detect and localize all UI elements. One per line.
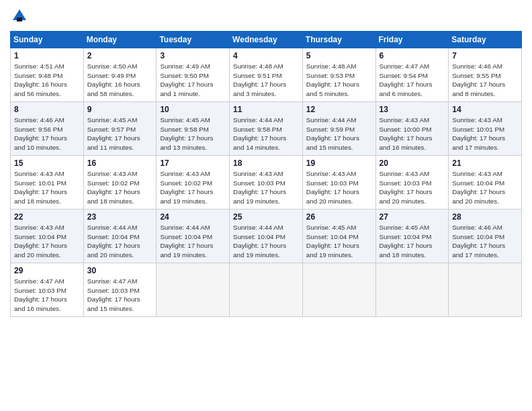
day-info: Sunrise: 4:44 AM Sunset: 9:58 PM Dayligh… <box>233 116 299 152</box>
day-number: 3 <box>160 51 226 60</box>
calendar-day-cell: 26Sunrise: 4:45 AM Sunset: 10:04 PM Dayl… <box>302 210 375 263</box>
calendar-day-cell: 8Sunrise: 4:46 AM Sunset: 9:56 PM Daylig… <box>11 102 84 156</box>
day-number: 18 <box>233 158 299 168</box>
day-info: Sunrise: 4:44 AM Sunset: 10:04 PM Daylig… <box>160 223 226 260</box>
calendar-day-cell: 19Sunrise: 4:43 AM Sunset: 10:03 PM Dayl… <box>302 156 375 210</box>
day-info: Sunrise: 4:49 AM Sunset: 9:50 PM Dayligh… <box>160 62 226 99</box>
day-of-week-header: Monday <box>83 32 157 48</box>
calendar-day-cell: 10Sunrise: 4:45 AM Sunset: 9:58 PM Dayli… <box>157 102 230 156</box>
day-info: Sunrise: 4:45 AM Sunset: 9:57 PM Dayligh… <box>87 116 153 152</box>
day-number: 13 <box>380 105 445 114</box>
day-of-week-header: Tuesday <box>157 32 230 48</box>
calendar-day-cell: 16Sunrise: 4:43 AM Sunset: 10:02 PM Dayl… <box>83 156 157 210</box>
day-info: Sunrise: 4:48 AM Sunset: 9:53 PM Dayligh… <box>306 62 372 99</box>
calendar-day-cell: 17Sunrise: 4:43 AM Sunset: 10:02 PM Dayl… <box>157 156 230 210</box>
day-info: Sunrise: 4:48 AM Sunset: 9:51 PM Dayligh… <box>233 62 299 99</box>
calendar-week-row: 1Sunrise: 4:51 AM Sunset: 9:48 PM Daylig… <box>11 48 522 102</box>
day-info: Sunrise: 4:44 AM Sunset: 10:04 PM Daylig… <box>233 223 299 260</box>
day-number: 20 <box>380 158 445 168</box>
day-info: Sunrise: 4:51 AM Sunset: 9:48 PM Dayligh… <box>14 62 80 99</box>
calendar-day-cell: 21Sunrise: 4:43 AM Sunset: 10:04 PM Dayl… <box>449 156 522 210</box>
calendar-day-cell: 23Sunrise: 4:44 AM Sunset: 10:04 PM Dayl… <box>83 210 157 263</box>
calendar-day-cell: 27Sunrise: 4:45 AM Sunset: 10:04 PM Dayl… <box>375 210 449 263</box>
day-info: Sunrise: 4:46 AM Sunset: 9:56 PM Dayligh… <box>14 116 80 152</box>
day-number: 14 <box>452 105 518 114</box>
calendar-day-cell: 28Sunrise: 4:46 AM Sunset: 10:04 PM Dayl… <box>449 210 522 263</box>
calendar-day-cell <box>375 263 449 317</box>
day-number: 30 <box>87 266 153 275</box>
day-of-week-header: Saturday <box>449 32 522 48</box>
day-info: Sunrise: 4:43 AM Sunset: 10:03 PM Daylig… <box>233 169 299 206</box>
calendar-day-cell: 6Sunrise: 4:47 AM Sunset: 9:54 PM Daylig… <box>375 48 449 102</box>
calendar-day-cell: 14Sunrise: 4:43 AM Sunset: 10:01 PM Dayl… <box>449 102 522 156</box>
day-number: 27 <box>380 212 445 222</box>
day-info: Sunrise: 4:43 AM Sunset: 10:03 PM Daylig… <box>306 169 372 206</box>
calendar-day-cell: 13Sunrise: 4:43 AM Sunset: 10:00 PM Dayl… <box>375 102 449 156</box>
day-info: Sunrise: 4:46 AM Sunset: 10:04 PM Daylig… <box>452 223 518 260</box>
header <box>10 7 522 26</box>
day-number: 9 <box>87 105 153 114</box>
day-number: 12 <box>306 105 372 114</box>
day-number: 4 <box>233 51 299 60</box>
day-info: Sunrise: 4:47 AM Sunset: 10:03 PM Daylig… <box>87 277 153 314</box>
day-info: Sunrise: 4:47 AM Sunset: 10:03 PM Daylig… <box>14 277 80 314</box>
day-number: 10 <box>160 105 226 114</box>
calendar-day-cell: 9Sunrise: 4:45 AM Sunset: 9:57 PM Daylig… <box>83 102 157 156</box>
day-info: Sunrise: 4:45 AM Sunset: 10:04 PM Daylig… <box>306 223 372 260</box>
logo <box>10 7 32 26</box>
calendar-day-cell <box>230 263 303 317</box>
calendar-day-cell: 12Sunrise: 4:44 AM Sunset: 9:59 PM Dayli… <box>302 102 375 156</box>
day-number: 25 <box>233 212 299 222</box>
day-number: 2 <box>87 51 153 60</box>
calendar-day-cell: 18Sunrise: 4:43 AM Sunset: 10:03 PM Dayl… <box>230 156 303 210</box>
day-number: 22 <box>14 212 80 222</box>
day-info: Sunrise: 4:43 AM Sunset: 10:03 PM Daylig… <box>380 169 445 206</box>
day-number: 17 <box>160 158 226 168</box>
day-number: 19 <box>306 158 372 168</box>
logo-icon <box>10 7 29 26</box>
day-number: 8 <box>14 105 80 114</box>
calendar-day-cell: 2Sunrise: 4:50 AM Sunset: 9:49 PM Daylig… <box>83 48 157 102</box>
calendar-day-cell: 4Sunrise: 4:48 AM Sunset: 9:51 PM Daylig… <box>230 48 303 102</box>
day-of-week-header: Thursday <box>302 32 375 48</box>
calendar-day-cell: 7Sunrise: 4:46 AM Sunset: 9:55 PM Daylig… <box>449 48 522 102</box>
calendar-week-row: 29Sunrise: 4:47 AM Sunset: 10:03 PM Dayl… <box>11 263 522 317</box>
calendar-day-cell: 29Sunrise: 4:47 AM Sunset: 10:03 PM Dayl… <box>11 263 84 317</box>
calendar-day-cell: 22Sunrise: 4:43 AM Sunset: 10:04 PM Dayl… <box>11 210 84 263</box>
day-info: Sunrise: 4:44 AM Sunset: 10:04 PM Daylig… <box>87 223 153 260</box>
day-info: Sunrise: 4:43 AM Sunset: 10:01 PM Daylig… <box>452 116 518 152</box>
calendar-week-row: 15Sunrise: 4:43 AM Sunset: 10:01 PM Dayl… <box>11 156 522 210</box>
calendar-day-cell: 30Sunrise: 4:47 AM Sunset: 10:03 PM Dayl… <box>83 263 157 317</box>
calendar-day-cell: 1Sunrise: 4:51 AM Sunset: 9:48 PM Daylig… <box>11 48 84 102</box>
calendar-day-cell: 11Sunrise: 4:44 AM Sunset: 9:58 PM Dayli… <box>230 102 303 156</box>
day-number: 26 <box>306 212 372 222</box>
page: SundayMondayTuesdayWednesdayThursdayFrid… <box>0 0 532 411</box>
calendar-day-cell <box>302 263 375 317</box>
day-number: 11 <box>233 105 299 114</box>
day-number: 28 <box>452 212 518 222</box>
day-number: 1 <box>14 51 80 60</box>
day-number: 29 <box>14 266 80 275</box>
day-of-week-header: Sunday <box>11 32 84 48</box>
day-info: Sunrise: 4:50 AM Sunset: 9:49 PM Dayligh… <box>87 62 153 99</box>
day-info: Sunrise: 4:43 AM Sunset: 10:04 PM Daylig… <box>14 223 80 260</box>
calendar-day-cell: 15Sunrise: 4:43 AM Sunset: 10:01 PM Dayl… <box>11 156 84 210</box>
day-number: 21 <box>452 158 518 168</box>
calendar-week-row: 8Sunrise: 4:46 AM Sunset: 9:56 PM Daylig… <box>11 102 522 156</box>
day-info: Sunrise: 4:43 AM Sunset: 10:02 PM Daylig… <box>160 169 226 206</box>
calendar-day-cell: 5Sunrise: 4:48 AM Sunset: 9:53 PM Daylig… <box>302 48 375 102</box>
day-info: Sunrise: 4:43 AM Sunset: 10:02 PM Daylig… <box>87 169 153 206</box>
day-number: 5 <box>306 51 372 60</box>
day-info: Sunrise: 4:43 AM Sunset: 10:04 PM Daylig… <box>452 169 518 206</box>
day-number: 23 <box>87 212 153 222</box>
day-number: 16 <box>87 158 153 168</box>
calendar-header-row: SundayMondayTuesdayWednesdayThursdayFrid… <box>11 32 522 48</box>
svg-rect-1 <box>17 17 22 21</box>
day-info: Sunrise: 4:45 AM Sunset: 10:04 PM Daylig… <box>380 223 445 260</box>
day-number: 24 <box>160 212 226 222</box>
calendar-day-cell <box>157 263 230 317</box>
day-number: 7 <box>452 51 518 60</box>
day-of-week-header: Wednesday <box>230 32 303 48</box>
calendar-day-cell: 3Sunrise: 4:49 AM Sunset: 9:50 PM Daylig… <box>157 48 230 102</box>
day-info: Sunrise: 4:43 AM Sunset: 10:01 PM Daylig… <box>14 169 80 206</box>
